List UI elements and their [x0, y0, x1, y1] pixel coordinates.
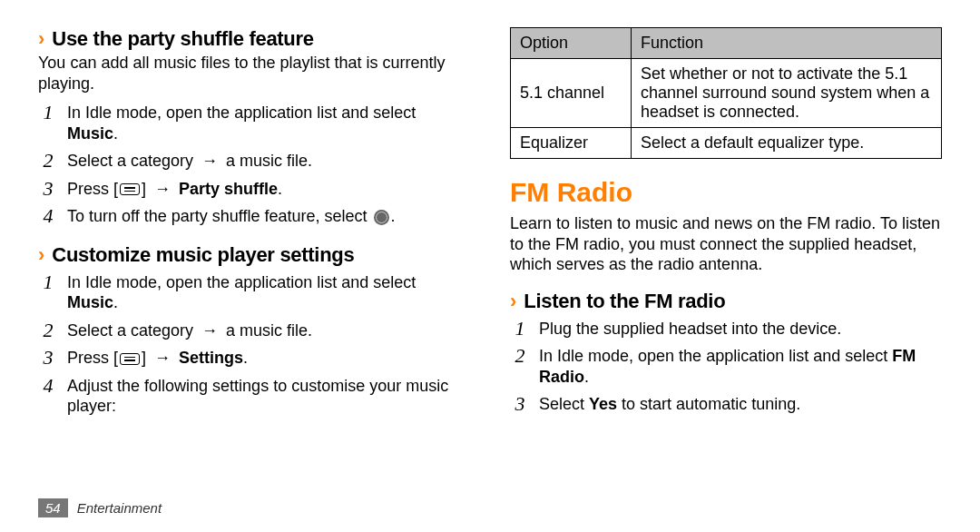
step-3: 3 Press [] → Settings.: [38, 348, 470, 369]
step-text: To turn off the party shuffle feature, s…: [67, 206, 396, 227]
menu-icon: [120, 183, 140, 195]
options-table: Option Function 5.1 channel Set whether …: [510, 27, 942, 159]
arrow-icon: →: [201, 152, 218, 170]
subheading-text: Listen to the FM radio: [524, 290, 725, 313]
step-text: Select Yes to start automatic tuning.: [539, 394, 800, 415]
step-number: 4: [38, 206, 58, 226]
step-2: 2 In Idle mode, open the application lis…: [510, 346, 942, 387]
footer: 54 Entertainment: [38, 498, 162, 517]
chevron-icon: ›: [38, 29, 44, 49]
step-1: 1 In Idle mode, open the application lis…: [38, 103, 470, 143]
globe-icon: [374, 210, 389, 225]
footer-category: Entertainment: [77, 500, 162, 516]
cell-option: Equalizer: [511, 128, 632, 159]
col-function: Function: [632, 28, 942, 59]
table-header-row: Option Function: [511, 28, 942, 59]
subheading-text: Customize music player settings: [52, 243, 354, 267]
step-4: 4 To turn off the party shuffle feature,…: [38, 206, 470, 227]
cell-option: 5.1 channel: [511, 59, 632, 128]
step-number: 3: [510, 394, 530, 414]
section-title-fm-radio: FM Radio: [510, 177, 942, 208]
step-number: 2: [38, 320, 58, 340]
page: › Use the party shuffle feature You can …: [0, 0, 980, 429]
col-option: Option: [511, 28, 632, 59]
step-text: In Idle mode, open the application list …: [67, 272, 470, 313]
intro-text: You can add all music files to the playl…: [38, 53, 470, 94]
step-3: 3 Select Yes to start automatic tuning.: [510, 394, 942, 415]
step-text: Press [] → Settings.: [67, 348, 248, 369]
chevron-icon: ›: [510, 291, 516, 311]
cell-function: Set whether or not to activate the 5.1 c…: [632, 59, 942, 128]
step-text: Press [] → Party shuffle.: [67, 179, 282, 200]
step-1: 1 In Idle mode, open the application lis…: [38, 272, 470, 313]
step-number: 2: [38, 151, 58, 171]
step-number: 2: [510, 346, 530, 366]
subheading-customize: › Customize music player settings: [38, 243, 470, 267]
step-4: 4 Adjust the following settings to custo…: [38, 376, 470, 417]
subheading-text: Use the party shuffle feature: [52, 27, 313, 51]
step-number: 4: [38, 376, 58, 396]
arrow-icon: →: [154, 349, 171, 367]
step-text: In Idle mode, open the application list …: [67, 103, 470, 143]
menu-icon: [120, 353, 140, 365]
step-number: 1: [510, 319, 530, 339]
step-1: 1 Plug the supplied headset into the dev…: [510, 319, 942, 340]
arrow-icon: →: [154, 180, 171, 198]
step-text: Plug the supplied headset into the devic…: [539, 319, 841, 340]
step-number: 3: [38, 179, 58, 199]
intro-text: Learn to listen to music and news on the…: [510, 213, 942, 275]
chevron-icon: ›: [38, 245, 44, 265]
step-text: Select a category → a music file.: [67, 320, 312, 341]
step-number: 3: [38, 348, 58, 368]
left-column: › Use the party shuffle feature You can …: [38, 27, 470, 420]
table-row: 5.1 channel Set whether or not to activa…: [511, 59, 942, 128]
cell-function: Select a default equalizer type.: [632, 128, 942, 159]
table-row: Equalizer Select a default equalizer typ…: [511, 128, 942, 159]
subheading-listen-fm: › Listen to the FM radio: [510, 290, 942, 313]
step-number: 1: [38, 272, 58, 292]
step-2: 2 Select a category → a music file.: [38, 151, 470, 172]
step-text: Adjust the following settings to customi…: [67, 376, 470, 417]
right-column: Option Function 5.1 channel Set whether …: [510, 27, 942, 420]
step-2: 2 Select a category → a music file.: [38, 320, 470, 341]
step-3: 3 Press [] → Party shuffle.: [38, 179, 470, 200]
step-number: 1: [38, 103, 58, 123]
page-number: 54: [38, 498, 68, 517]
subheading-party-shuffle: › Use the party shuffle feature: [38, 27, 470, 51]
step-text: Select a category → a music file.: [67, 151, 312, 172]
arrow-icon: →: [201, 321, 218, 340]
step-text: In Idle mode, open the application list …: [539, 346, 942, 387]
